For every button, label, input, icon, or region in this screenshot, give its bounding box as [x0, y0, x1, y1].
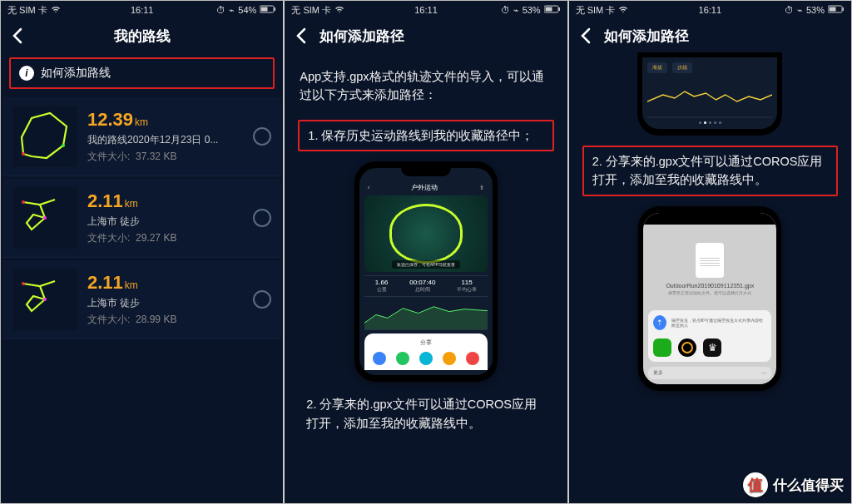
route-distance: 2.11km [87, 190, 243, 212]
share-app-icon [373, 352, 386, 365]
wifi-icon [51, 5, 61, 15]
svg-point-8 [43, 298, 47, 301]
smzdm-text: 什么值得买 [773, 476, 844, 495]
route-card[interactable]: 12.39km 我的路线2020年12月23日 0... 文件大小: 37.32… [2, 97, 281, 176]
route-name: 我的路线2020年12月23日 0... [87, 133, 243, 147]
mockup-title: 户外运动 [411, 183, 438, 192]
svg-rect-13 [842, 7, 844, 11]
svg-point-3 [22, 152, 25, 156]
svg-point-7 [22, 282, 25, 285]
how-to-add-route-button[interactable]: i 如何添加路线 [9, 57, 275, 89]
how-to-label: 如何添加路线 [41, 66, 111, 81]
back-button[interactable] [7, 26, 27, 46]
route-card[interactable]: 2.11km 上海市 徒步 文件大小: 29.27 KB [2, 179, 281, 258]
smzdm-watermark: 值 什么值得买 [743, 472, 844, 497]
mockup-tip: 轨迹已保存，可在APP导航查看 [392, 260, 460, 269]
clock: 16:11 [699, 5, 722, 15]
battery-percent: 53% [806, 5, 825, 15]
smzdm-logo-icon: 值 [743, 472, 768, 497]
back-button[interactable] [576, 26, 596, 46]
svg-rect-11 [545, 7, 552, 12]
screen-1-my-routes: 无 SIM 卡 16:11 ⏱ ⌁ 54% 我的路线 i [1, 1, 283, 503]
more-icon: ⋯ [761, 369, 766, 377]
route-card[interactable]: 2.11km 上海市 徒步 文件大小: 28.99 KB [2, 260, 281, 339]
share-app-icon [396, 352, 409, 365]
mockup-share-sheet: 分享 [364, 334, 488, 370]
mockup-back-icon: ‹ [368, 185, 369, 190]
route-select-radio[interactable] [253, 209, 271, 227]
wifi-icon [334, 5, 344, 15]
alarm-icon: ⏱ [216, 5, 225, 15]
route-filesize: 文件大小: 37.32 KB [87, 150, 243, 164]
page-title: 如何添加路径 [320, 27, 404, 46]
screen-2-how-to-add: 无 SIM 卡 16:11 ⏱ ⌁ 53% 如何添加路径 App支持.gpx格式… [285, 1, 567, 503]
route-name: 上海市 徒步 [87, 215, 243, 229]
status-bar: 无 SIM 卡 16:11 ⏱ ⌁ 53% [285, 1, 567, 19]
carrier-label: 无 SIM 卡 [291, 4, 331, 17]
route-filesize: 文件大小: 28.99 KB [87, 313, 243, 327]
route-select-radio[interactable] [253, 127, 271, 146]
share-app-icon [466, 352, 479, 365]
header: 如何添加路径 [569, 19, 851, 52]
intro-text: App支持.gpx格式的轨迹文件的导入，可以通过以下方式来添加路径： [285, 52, 567, 111]
share-app-icon [443, 352, 456, 365]
qq-app-icon: ♛ [703, 338, 721, 357]
route-thumbnail [12, 187, 77, 249]
svg-point-5 [22, 200, 25, 204]
page-title: 我的路线 [114, 27, 171, 46]
wifi-icon [618, 5, 628, 15]
carrier-label: 无 SIM 卡 [7, 4, 47, 17]
bluetooth-icon: ⌁ [229, 5, 235, 16]
gpx-file-icon [696, 243, 724, 278]
svg-point-4 [62, 144, 65, 147]
more-row: 更多⋯ [648, 367, 771, 379]
back-button[interactable] [291, 26, 311, 46]
route-filesize: 文件大小: 29.27 KB [87, 231, 243, 245]
svg-rect-2 [261, 7, 268, 12]
chart-mockup: 海拔 步频 [637, 52, 782, 136]
mockup-map: 轨迹已保存，可在APP导航查看 [364, 195, 488, 272]
mockup-chart [364, 300, 488, 330]
info-icon: i [19, 66, 34, 81]
gpx-file-hint: 保存至正在识别此文件。您可以选择打开方式 [651, 290, 768, 295]
header: 如何添加路径 [285, 19, 567, 52]
page-title: 如何添加路径 [604, 27, 689, 46]
svg-rect-10 [558, 7, 560, 11]
svg-rect-1 [275, 7, 276, 11]
clock: 16:11 [414, 5, 438, 15]
wechat-app-icon [653, 338, 671, 357]
chart-tab: 步频 [672, 62, 692, 73]
header: 我的路线 [1, 19, 283, 52]
route-name: 上海市 徒步 [87, 296, 243, 310]
alarm-icon: ⏱ [501, 5, 510, 15]
battery-icon [828, 5, 845, 15]
open-with-mockup: OutdoorRun20190109112351.gpx 保存至正在识别此文件。… [638, 206, 781, 391]
screen-3-how-to-add: 无 SIM 卡 16:11 ⏱ ⌁ 53% 如何添加路径 海拔 步频 [569, 1, 851, 503]
route-distance: 12.39km [87, 109, 243, 131]
mockup-stats: 1.66公里 00:07:40总时间 115平均心率 [364, 275, 488, 297]
bluetooth-icon: ⌁ [513, 5, 519, 16]
svg-point-6 [43, 216, 47, 220]
route-thumbnail [12, 269, 77, 330]
route-select-radio[interactable] [253, 290, 271, 309]
activity-screenshot-mockup: ‹ 户外运动 ⇪ 轨迹已保存，可在APP导航查看 1.66公里 00:07:40… [354, 161, 498, 382]
alarm-icon: ⏱ [785, 5, 794, 15]
share-app-icon [419, 352, 433, 365]
svg-rect-14 [829, 7, 835, 12]
mockup-share-icon: ⇪ [479, 185, 484, 191]
coros-app-icon [678, 338, 696, 357]
bluetooth-icon: ⌁ [797, 5, 803, 16]
step-1: 1. 保存历史运动路线到我的收藏路径中； [298, 120, 553, 151]
chart-tab: 海拔 [647, 62, 667, 73]
route-distance: 2.11km [87, 272, 243, 294]
airdrop-text: 隔空投送，轻点即可通过隔空投送方式共享内容给附近的人 [671, 318, 766, 328]
status-bar: 无 SIM 卡 16:11 ⏱ ⌁ 53% [569, 1, 851, 19]
battery-percent: 54% [238, 5, 256, 15]
battery-percent: 53% [523, 5, 541, 15]
battery-icon [544, 5, 561, 15]
battery-icon [260, 5, 276, 15]
gpx-file-name: OutdoorRun20190109112351.gpx [651, 283, 768, 289]
step-2: 2. 分享来的.gpx文件可以通过COROS应用打开，添加至我的收藏路线中。 [298, 390, 553, 437]
carrier-label: 无 SIM 卡 [576, 4, 616, 17]
route-thumbnail [12, 106, 77, 167]
